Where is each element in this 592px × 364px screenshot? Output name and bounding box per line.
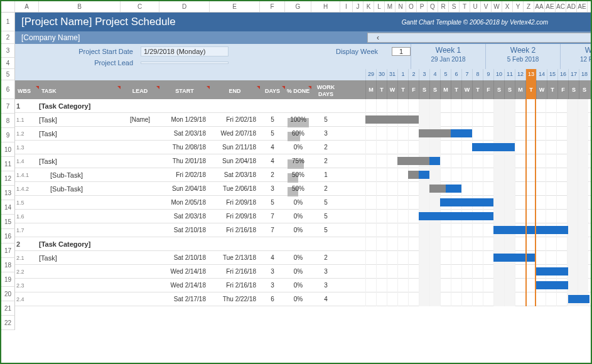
task-row[interactable]: 1.5 Mon 2/05/18 Fri 2/09/18 5 0% 5 [15, 196, 591, 210]
start-cell[interactable]: Mon 2/05/18 [159, 199, 210, 206]
col-header[interactable]: W [492, 1, 502, 12]
pct-cell[interactable]: 50% [285, 171, 311, 178]
row-header[interactable]: 7 [1, 99, 15, 114]
col-header[interactable]: O [406, 1, 417, 12]
row-header[interactable]: 20 [1, 287, 15, 301]
col-header[interactable]: V [481, 1, 492, 12]
chevron-left-icon[interactable]: ‹ [370, 33, 592, 42]
end-cell[interactable]: Tue 2/06/18 [210, 185, 260, 192]
week-scroller[interactable]: ‹ › [367, 33, 592, 43]
start-cell[interactable]: Sun 2/04/18 [159, 185, 210, 192]
row-header[interactable]: 9 [1, 128, 15, 142]
end-cell[interactable]: Fri 2/16/18 [210, 282, 260, 289]
col-header[interactable]: N [396, 1, 406, 12]
start-cell[interactable]: Wed 2/14/18 [159, 268, 210, 275]
days-cell[interactable]: 5 [260, 130, 285, 137]
workdays-cell[interactable]: 3 [311, 130, 340, 137]
days-cell[interactable]: 3 [260, 268, 285, 275]
row-header[interactable]: 13 [1, 186, 15, 200]
pct-cell[interactable]: 0% [285, 213, 311, 220]
workdays-cell[interactable]: 5 [311, 213, 340, 220]
task-row[interactable]: 1.4.1 [Sub-Task] Fri 2/02/18 Sat 2/03/18… [15, 168, 591, 182]
row-header[interactable]: 10 [1, 142, 15, 157]
task-row[interactable]: 1.4.2 [Sub-Task] Sun 2/04/18 Tue 2/06/18… [15, 182, 591, 196]
col-header[interactable]: L [374, 1, 385, 12]
col-header[interactable]: S [449, 1, 460, 12]
start-cell[interactable]: Wed 2/14/18 [159, 282, 210, 289]
days-cell[interactable]: 4 [260, 158, 285, 164]
days-cell[interactable]: 4 [260, 254, 285, 261]
pct-cell[interactable]: 100% [285, 116, 311, 123]
end-cell[interactable]: Wed 2/07/18 [210, 130, 260, 137]
col-header[interactable]: K [363, 1, 374, 12]
row-header[interactable]: 11 [1, 157, 15, 171]
end-cell[interactable]: Sat 2/03/18 [210, 171, 260, 178]
row-header[interactable]: 5 [1, 69, 15, 80]
workdays-cell[interactable]: 1 [311, 171, 340, 178]
task-cell[interactable]: [Task] [39, 130, 121, 137]
lead-cell[interactable]: [Name] [121, 116, 159, 123]
row-header[interactable]: 18 [1, 258, 15, 272]
wbs-cell[interactable]: 1.7 [15, 227, 39, 233]
row-header[interactable]: 2 [1, 31, 15, 44]
pct-cell[interactable]: 0% [285, 268, 311, 275]
row-header[interactable]: 3 [1, 44, 15, 58]
col-header[interactable]: G [285, 1, 311, 12]
project-lead-input[interactable] [141, 62, 229, 64]
workdays-cell[interactable]: 2 [311, 144, 340, 151]
project-title[interactable]: [Project Name] Project Schedule [21, 16, 365, 28]
col-header[interactable]: C [121, 1, 159, 12]
pct-cell[interactable]: 0% [285, 227, 311, 233]
col-header[interactable]: D [159, 1, 210, 12]
col-header[interactable]: AE [545, 1, 556, 12]
start-cell[interactable]: Sat 2/10/18 [159, 227, 210, 233]
col-header[interactable]: AE [577, 1, 588, 12]
task-row[interactable]: 1.7 Sat 2/10/18 Fri 2/16/18 7 0% 5 [15, 223, 591, 237]
end-cell[interactable]: Fri 2/09/18 [210, 213, 260, 220]
days-cell[interactable]: 5 [260, 199, 285, 206]
row-header[interactable]: 21 [1, 301, 15, 316]
workdays-cell[interactable]: 2 [311, 158, 340, 164]
task-cell[interactable]: [Sub-Task] [39, 171, 121, 179]
task-row[interactable]: 2.2 Wed 2/14/18 Fri 2/16/18 3 0% 3 [15, 265, 591, 279]
start-cell[interactable]: Thu 2/08/18 [159, 144, 210, 151]
workdays-cell[interactable]: 4 [311, 296, 340, 302]
task-row[interactable]: 1.4 [Task] Thu 2/01/18 Sun 2/04/18 4 75%… [15, 154, 591, 168]
days-cell[interactable]: 2 [260, 171, 285, 178]
task-cell[interactable]: [Task] [39, 254, 121, 262]
start-cell[interactable]: Sat 2/17/18 [159, 296, 210, 302]
col-header[interactable] [1, 1, 15, 12]
row-header[interactable]: 6 [1, 80, 15, 99]
workdays-cell[interactable]: 3 [311, 282, 340, 289]
wbs-cell[interactable]: 2 [15, 240, 39, 248]
task-cell[interactable]: [Task] [39, 116, 121, 124]
task-row[interactable]: 2.1 [Task] Sat 2/10/18 Tue 2/13/18 4 0% … [15, 251, 591, 265]
task-cell[interactable]: [Task Category] [39, 102, 121, 110]
col-header[interactable]: R [438, 1, 449, 12]
start-cell[interactable]: Mon 1/29/18 [159, 116, 210, 123]
wbs-cell[interactable]: 2.4 [15, 296, 39, 302]
task-row[interactable]: 1.2 [Task] Sat 2/03/18 Wed 2/07/18 5 60%… [15, 127, 591, 141]
row-header[interactable]: 1 [1, 13, 15, 31]
row-header[interactable]: 17 [1, 244, 15, 258]
days-cell[interactable]: 7 [260, 227, 285, 233]
wbs-cell[interactable]: 1.2 [15, 131, 39, 137]
col-header[interactable]: F [260, 1, 285, 12]
task-row[interactable]: 1.1 [Task] [Name] Mon 1/29/18 Fri 2/02/1… [15, 113, 591, 127]
col-header[interactable]: T [460, 1, 470, 12]
col-header[interactable]: M [385, 1, 396, 12]
days-cell[interactable]: 7 [260, 213, 285, 220]
wbs-cell[interactable]: 2.2 [15, 269, 39, 275]
wbs-cell[interactable]: 1 [15, 102, 39, 110]
display-week-input[interactable]: 1 [392, 47, 411, 56]
task-cell[interactable]: [Task] [39, 158, 121, 165]
task-category-row[interactable]: 1 [Task Category] [15, 99, 591, 113]
wbs-cell[interactable]: 1.6 [15, 213, 39, 220]
end-cell[interactable]: Sun 2/11/18 [210, 144, 260, 151]
task-row[interactable]: 1.3 Thu 2/08/18 Sun 2/11/18 4 0% 2 [15, 141, 591, 154]
pct-cell[interactable]: 0% [285, 254, 311, 261]
pct-cell[interactable]: 75% [285, 158, 311, 164]
col-header[interactable]: Y [513, 1, 524, 12]
row-header[interactable]: 22 [1, 316, 15, 330]
col-header[interactable]: P [417, 1, 428, 12]
